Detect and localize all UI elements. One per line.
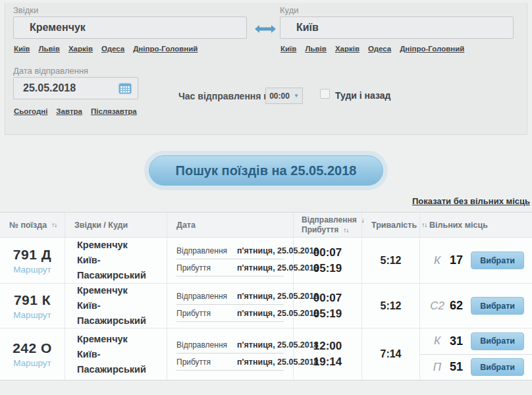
departure-date-line: Відправленняп'ятниця, 25.05.2018 [176, 338, 284, 354]
column-header-train: № поїзда ↑↓ [0, 213, 65, 237]
seat-class: П [429, 361, 445, 374]
from-label: Звідки [13, 5, 38, 15]
train-number-cell: 242 ОМаршрут [0, 329, 65, 380]
dropdown-arrow-icon: ▼ [294, 93, 299, 99]
arrival-time: 05:19 [313, 306, 342, 322]
train-number: 791 Д [13, 247, 51, 263]
dates-cell: Відправленняп'ятниця, 25.05.2018Прибуття… [167, 238, 294, 283]
station-to: Київ-Пасажирський [77, 298, 167, 329]
seats-cell: С262Вибрати [420, 284, 532, 328]
departure-date-line: Відправленняп'ятниця, 25.05.2018 [176, 290, 284, 305]
seat-count: 17 [450, 253, 463, 267]
departure-time: 00:07 [313, 290, 342, 306]
train-row: 791 ДМаршрутКременчукКиїв-ПасажирськийВі… [0, 238, 532, 284]
roundtrip-checkbox[interactable] [320, 89, 330, 99]
time-select-value: 00:00 [269, 92, 290, 101]
duration-cell: 7:14 [362, 329, 420, 380]
station-from: Кременчук [77, 332, 167, 347]
duration-cell: 5:12 [362, 238, 420, 283]
quick-link[interactable]: Київ [14, 45, 30, 53]
stations-cell: КременчукКиїв-Пасажирський [65, 284, 167, 328]
calendar-icon[interactable] [119, 82, 132, 94]
seat-count: 62 [450, 299, 463, 313]
to-quick-links: КиївЛьвівХарківОдесаДніпро-Головний [280, 45, 464, 53]
time-select[interactable]: 00:00 ▼ [265, 88, 303, 104]
column-header-duration: Тривалість ↑↓ [362, 213, 420, 237]
seat-class: К [429, 334, 445, 348]
departure-label: Відправлення [176, 292, 237, 301]
train-number: 242 О [13, 340, 52, 356]
from-input[interactable] [13, 16, 247, 39]
show-without-seats-link[interactable]: Показати без вільних місць [412, 196, 530, 206]
station-to: Київ-Пасажирський [77, 347, 167, 377]
train-number: 791 К [14, 292, 51, 308]
train-number-cell: 791 ДМаршрут [0, 238, 65, 283]
select-seats-button[interactable]: Вибрати [471, 251, 524, 269]
search-form-panel: Звідки КиївЛьвівХарківОдесаДніпро-Головн… [5, 3, 527, 135]
column-header-route: Звідки / Куди [65, 213, 167, 237]
departure-date-line: Відправленняп'ятниця, 25.05.2018 [176, 244, 284, 259]
seat-count: 51 [450, 360, 463, 374]
seat-option: К17Вибрати [420, 238, 532, 283]
train-row: 242 ОМаршрутКременчукКиїв-ПасажирськийВі… [0, 329, 532, 380]
select-seats-button[interactable]: Вибрати [471, 297, 524, 315]
to-input[interactable] [280, 16, 514, 39]
quick-link[interactable]: Одеса [101, 45, 124, 53]
departure-time: 00:07 [313, 245, 342, 261]
departure-label: Відправлення [176, 246, 237, 255]
station-to: Київ-Пасажирський [77, 253, 167, 283]
results-body: 791 ДМаршрутКременчукКиїв-ПасажирськийВі… [0, 238, 532, 380]
quick-link[interactable]: Післязавтра [91, 107, 137, 115]
quick-link[interactable]: Львів [305, 45, 326, 53]
dates-cell: Відправленняп'ятниця, 25.05.2018Прибуття… [167, 284, 294, 328]
times-cell: 12:0019:14 [294, 329, 362, 380]
departure-label: Відправлення [176, 340, 237, 350]
quick-link[interactable]: Харків [335, 45, 359, 53]
column-header-seats: Вільних місць [420, 213, 532, 237]
date-field-wrap [13, 77, 138, 99]
sort-both-icon[interactable]: ↑↓ [343, 225, 348, 235]
arrival-time: 19:14 [313, 354, 342, 370]
quick-link[interactable]: Харків [68, 45, 93, 53]
select-seats-button[interactable]: Вибрати [471, 332, 524, 350]
quick-link[interactable]: Одеса [368, 45, 391, 53]
route-link[interactable]: Маршрут [13, 265, 51, 275]
seats-cell: К17Вибрати [420, 238, 532, 283]
quick-link[interactable]: Львів [38, 45, 59, 53]
quick-link[interactable]: Завтра [56, 107, 82, 115]
dates-cell: Відправленняп'ятниця, 25.05.2018Прибуття… [167, 329, 294, 380]
seats-cell: К31ВибратиП51Вибрати [420, 329, 532, 380]
quick-link[interactable]: Сьогодні [14, 107, 47, 115]
from-field-wrap [13, 16, 247, 39]
departure-time: 12:00 [313, 338, 342, 354]
column-header-departure-arrival: Відправлення ↓ Прибуття ↑↓ [294, 213, 362, 237]
arrival-label: Прибуття [176, 357, 237, 367]
results-header: № поїзда ↑↓ Звідки / Куди Дата Відправле… [0, 213, 532, 238]
arrival-date-line: Прибуттяп'ятниця, 25.05.2018 [176, 261, 284, 276]
roundtrip-label: Туди і назад [335, 90, 390, 101]
quick-link[interactable]: Дніпро-Головний [400, 45, 464, 53]
seat-count: 31 [450, 334, 463, 348]
select-seats-button[interactable]: Вибрати [471, 358, 524, 376]
times-cell: 00:0705:19 [294, 284, 362, 328]
to-field-wrap [280, 16, 514, 39]
seat-option: К31Вибрати [420, 329, 532, 354]
quick-link[interactable]: Дніпро-Головний [133, 45, 198, 53]
sort-both-icon[interactable]: ↑↓ [51, 221, 57, 228]
quick-link[interactable]: Київ [280, 45, 296, 53]
search-trains-button[interactable]: Пошук поїздів на 25.05.2018 [149, 155, 383, 186]
arrival-date-line: Прибуттяп'ятниця, 25.05.2018 [176, 307, 284, 322]
train-number-cell: 791 КМаршрут [0, 284, 65, 328]
route-link[interactable]: Маршрут [13, 358, 51, 368]
station-from: Кременчук [77, 283, 167, 298]
seat-class: С2 [429, 300, 445, 313]
train-row: 791 КМаршрутКременчукКиїв-ПасажирськийВі… [0, 284, 532, 329]
route-link[interactable]: Маршрут [13, 310, 51, 320]
date-quick-links: СьогодніЗавтраПіслязавтра [14, 107, 137, 115]
station-from: Кременчук [77, 238, 167, 253]
swap-stations-icon[interactable] [254, 24, 277, 34]
time-from-label: Час відправлення від [178, 91, 278, 101]
to-label: Куди [280, 5, 299, 15]
date-label: Дата відправлення [13, 66, 88, 76]
from-quick-links: КиївЛьвівХарківОдесаДніпро-Головний [14, 45, 198, 53]
